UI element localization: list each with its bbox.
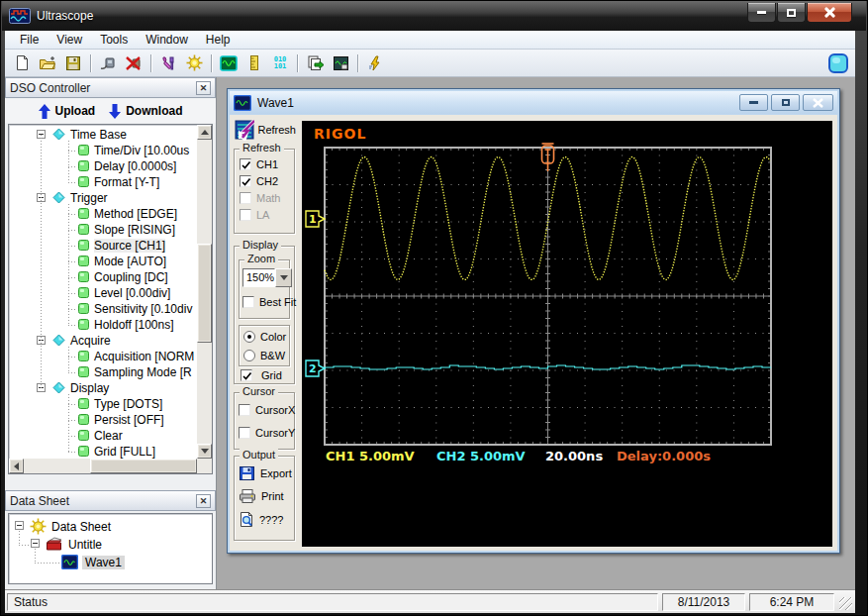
refresh-channel-row[interactable]: Math (240, 192, 280, 204)
preview-button[interactable]: ???? (239, 511, 283, 528)
dso-tree-item[interactable]: Method [EDGE] (9, 206, 182, 222)
data-sheet-close-button[interactable]: ✕ (196, 494, 211, 508)
menu-help[interactable]: Help (197, 32, 240, 48)
dso-tree-item[interactable]: Format [Y-T] (9, 174, 182, 190)
menubar: File View Tools Window Help (5, 31, 855, 50)
refresh-channel-row[interactable]: CH1 (240, 158, 278, 170)
menu-tools[interactable]: Tools (91, 32, 137, 48)
status-text: Status (14, 595, 48, 609)
save-button[interactable] (60, 51, 86, 75)
open-folder-button[interactable] (35, 51, 60, 75)
zoom-value[interactable]: 150% (242, 268, 275, 287)
timebase-readout: 20.00ns (545, 449, 603, 463)
connect-button[interactable] (95, 51, 121, 75)
collapse-toggle[interactable] (15, 521, 24, 530)
vscroll-thumb[interactable] (197, 244, 212, 343)
la-checkbox[interactable] (240, 209, 251, 221)
download-button[interactable]: Download (109, 104, 182, 119)
titlebar: Ultrascope (2, 1, 866, 31)
data-sheet-root-row[interactable]: Data Sheet (9, 518, 197, 536)
dso-tree-item[interactable]: Sampling Mode [R (9, 364, 182, 380)
refresh-channel-row[interactable]: LA (240, 209, 269, 221)
scroll-left-button[interactable] (9, 459, 24, 473)
download-label: Download (126, 104, 182, 118)
maximize-button[interactable] (777, 3, 806, 23)
dso-tree-item[interactable]: Sensitivity [0.10div (9, 301, 182, 317)
zoom-combobox[interactable]: 150% (242, 268, 292, 287)
menu-file[interactable]: File (11, 32, 48, 48)
refresh-group-label: Refresh (240, 142, 284, 154)
new-document-button[interactable] (9, 51, 35, 75)
menu-view[interactable]: View (48, 32, 91, 48)
grid-checkbox[interactable] (241, 369, 252, 381)
dso-tree-vscrollbar[interactable] (197, 125, 212, 459)
dso-tree-item[interactable]: Persist [OFF] (9, 412, 182, 428)
wave1-close-button[interactable] (803, 94, 833, 111)
cursor-y-checkbox[interactable] (239, 427, 250, 439)
refresh-button[interactable]: Refresh (232, 117, 297, 143)
best-fit-row[interactable]: Best Fit (242, 296, 296, 308)
print-button[interactable]: Print (239, 488, 284, 504)
minimize-button[interactable] (747, 3, 776, 23)
dso-tree-item[interactable]: Type [DOTS] (9, 396, 182, 412)
hscroll-thumb[interactable] (90, 459, 197, 473)
ruler-button[interactable] (241, 51, 267, 75)
document-row[interactable]: Untitle (9, 536, 197, 554)
data-sheet-root-label: Data Sheet (51, 520, 111, 534)
wave1-restore-button[interactable] (771, 94, 800, 111)
collapse-toggle[interactable] (31, 539, 40, 548)
export-button[interactable]: Export (239, 465, 292, 481)
dso-tree-group[interactable]: Display (9, 380, 182, 396)
update-button[interactable] (362, 51, 388, 75)
dso-tree-item[interactable]: Acquisition [NORM (9, 349, 182, 364)
dso-tree-item[interactable]: Clear (9, 428, 182, 444)
cursor-y-row[interactable]: CursorY (239, 427, 295, 439)
display-toggle-button[interactable] (825, 51, 851, 76)
dso-tree-item[interactable]: Holdoff [100ns] (9, 317, 182, 333)
bw-radio[interactable] (243, 350, 255, 361)
tools-icon (160, 55, 176, 71)
copy-pages-button[interactable] (302, 51, 328, 75)
color-row[interactable]: Color (243, 331, 286, 343)
dso-panel-close-button[interactable]: ✕ (196, 81, 211, 95)
ch2-checkbox[interactable] (240, 175, 251, 187)
upload-button[interactable]: Upload (39, 104, 96, 119)
refresh-channel-row[interactable]: CH2 (240, 175, 278, 187)
dso-tree-item[interactable]: Source [CH1] (9, 238, 182, 254)
close-button[interactable] (807, 3, 852, 23)
dso-tree-item[interactable]: Mode [AUTO] (9, 254, 182, 269)
dso-tree-item[interactable]: Grid [FULL] (9, 444, 182, 459)
dso-tree-item[interactable]: Time/Div [10.00us (9, 143, 182, 158)
dso-tree-group[interactable]: Acquire (9, 333, 182, 349)
cursor-x-checkbox[interactable] (239, 404, 250, 416)
oscilloscope-button[interactable] (216, 51, 241, 75)
cursor-x-row[interactable]: CursorX (239, 404, 295, 416)
export-waveform-button[interactable] (328, 51, 353, 75)
scroll-up-button[interactable] (197, 125, 212, 140)
wave-icon (61, 555, 78, 569)
math-checkbox[interactable] (240, 192, 251, 204)
wave1-minimize-button[interactable] (739, 94, 768, 111)
dso-tree-item[interactable]: Slope [RISING] (9, 222, 182, 238)
zoom-dropdown-button[interactable] (275, 268, 292, 287)
settings-button[interactable] (181, 51, 207, 75)
binary-button[interactable]: 010101 (267, 51, 293, 75)
bw-row[interactable]: B&W (243, 350, 285, 361)
dso-tree-hscrollbar[interactable] (9, 459, 197, 473)
scroll-down-button[interactable] (197, 444, 212, 459)
svg-text:2: 2 (309, 362, 317, 375)
dso-tree-group[interactable]: Time Base (9, 127, 182, 143)
dso-tree-item[interactable]: Level [0.00div] (9, 285, 182, 301)
dso-tree-item[interactable]: Delay [0.0000s] (9, 158, 182, 174)
dso-tree-group[interactable]: Trigger (9, 190, 182, 206)
color-radio[interactable] (243, 331, 255, 343)
menu-window[interactable]: Window (137, 32, 197, 48)
dso-tree-item[interactable]: Coupling [DC] (9, 269, 182, 285)
tools-button[interactable] (155, 51, 181, 75)
resize-grip[interactable] (839, 597, 852, 610)
ch1-checkbox[interactable] (240, 158, 251, 170)
disconnect-button[interactable] (121, 51, 146, 75)
grid-row[interactable]: Grid (241, 369, 282, 381)
refresh-icon (235, 119, 254, 141)
best-fit-checkbox[interactable] (242, 296, 254, 308)
